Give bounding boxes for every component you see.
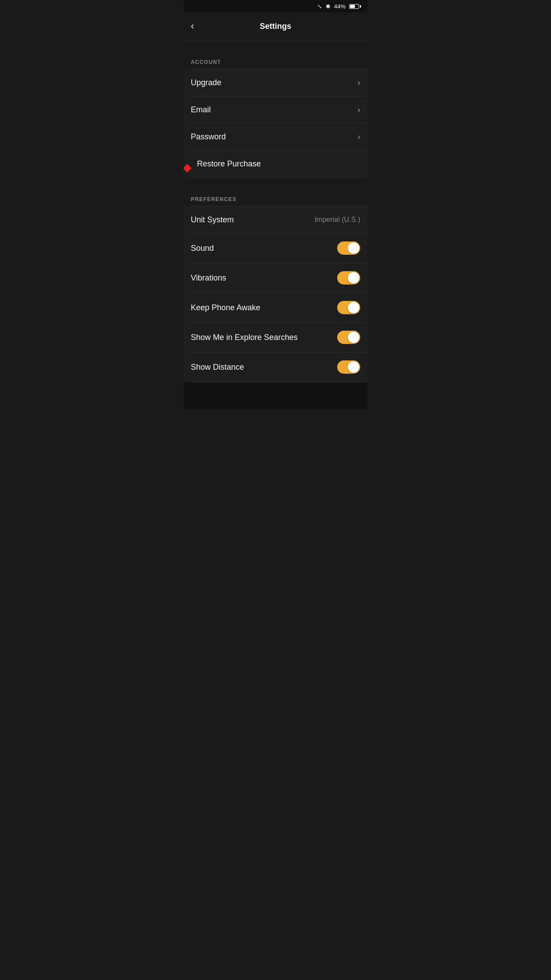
- account-section-header: ACCOUNT: [184, 54, 367, 69]
- toggle-knob: [348, 272, 359, 284]
- chevron-right-icon: ›: [358, 78, 360, 87]
- password-row[interactable]: Password ›: [184, 123, 367, 150]
- sound-row: Sound: [184, 233, 367, 263]
- status-bar: ⤡ ✱ 44%: [184, 0, 367, 12]
- vibrations-row: Vibrations: [184, 263, 367, 292]
- toggle-knob: [348, 242, 359, 254]
- sound-toggle[interactable]: [337, 241, 360, 255]
- unit-system-value: Imperial (U.S.): [315, 216, 360, 224]
- preferences-section: PREFERENCES Unit System Imperial (U.S.) …: [184, 191, 367, 382]
- upgrade-label: Upgrade: [191, 78, 221, 87]
- keep-phone-awake-label: Keep Phone Awake: [191, 303, 260, 312]
- restore-purchase-label: Restore Purchase: [197, 159, 261, 169]
- unit-system-label: Unit System: [191, 215, 234, 225]
- account-section: ACCOUNT Upgrade › Email › Password › Res…: [184, 54, 367, 178]
- show-distance-row: Show Distance: [184, 352, 367, 382]
- location-icon: ⤡: [317, 3, 322, 10]
- bluetooth-icon: ✱: [326, 3, 331, 10]
- upgrade-row[interactable]: Upgrade ›: [184, 69, 367, 96]
- show-distance-label: Show Distance: [191, 363, 244, 372]
- sound-label: Sound: [191, 244, 214, 253]
- battery-icon: [349, 4, 361, 9]
- email-label: Email: [191, 105, 211, 115]
- battery-percentage: 44%: [334, 3, 346, 10]
- show-me-in-explore-label: Show Me in Explore Searches: [191, 333, 298, 342]
- chevron-right-icon: ›: [358, 105, 360, 115]
- vibrations-toggle[interactable]: [337, 271, 360, 285]
- page-title: Settings: [260, 22, 291, 31]
- password-label: Password: [191, 132, 226, 142]
- email-row[interactable]: Email ›: [184, 96, 367, 123]
- chevron-right-icon: ›: [358, 132, 360, 142]
- vibrations-label: Vibrations: [191, 273, 226, 283]
- bottom-spacer: [184, 382, 367, 409]
- toggle-knob: [348, 361, 359, 373]
- header: ‹ Settings: [184, 12, 367, 40]
- toggle-knob: [348, 332, 359, 343]
- show-me-in-explore-row: Show Me in Explore Searches: [184, 323, 367, 352]
- show-me-in-explore-toggle[interactable]: [337, 331, 360, 344]
- keep-phone-awake-row: Keep Phone Awake: [184, 293, 367, 322]
- show-distance-toggle[interactable]: [337, 360, 360, 374]
- preferences-section-header: PREFERENCES: [184, 191, 367, 206]
- restore-purchase-row[interactable]: Restore Purchase: [184, 150, 367, 177]
- keep-phone-awake-toggle[interactable]: [337, 301, 360, 314]
- back-button[interactable]: ‹: [191, 19, 197, 34]
- spacer-top: [184, 40, 367, 54]
- toggle-knob: [348, 302, 359, 313]
- unit-system-row[interactable]: Unit System Imperial (U.S.): [184, 206, 367, 233]
- divider: [191, 177, 367, 178]
